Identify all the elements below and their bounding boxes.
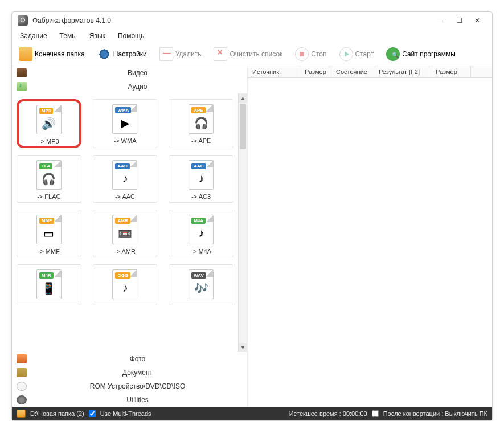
format-ape-2[interactable]: APE🎧-> APE <box>169 99 233 148</box>
column-header[interactable]: Размер <box>300 66 331 77</box>
file-icon: AAC♪ <box>112 160 137 190</box>
category-audio[interactable]: Аудио <box>12 80 247 93</box>
menubar: Задание Темы Язык Помощь <box>12 29 492 43</box>
start-button[interactable]: Старт <box>336 45 378 63</box>
format-mmf-6[interactable]: MMF▭-> MMF <box>17 210 81 257</box>
output-folder-label: Конечная папка <box>35 50 85 58</box>
category-document[interactable]: Документ <box>12 366 247 379</box>
format-tag: WAV <box>191 272 206 279</box>
file-icon: M4R📱 <box>36 269 62 299</box>
document-label: Документ <box>32 369 243 377</box>
clear-list-button[interactable]: Очистить список <box>210 45 286 63</box>
left-pane: Видео Аудио MP3🔊-> MP3WMA▶-> WMAAPE🎧-> A… <box>12 66 248 407</box>
scroll-down-button[interactable]: ▼ <box>239 343 247 352</box>
category-video[interactable]: Видео <box>12 66 247 80</box>
format-tag: MMF <box>39 218 54 224</box>
delete-button[interactable]: Удалить <box>156 45 205 63</box>
format-m4r-9[interactable]: M4R📱 <box>17 264 81 305</box>
format-m4a-8[interactable]: M4A♪-> M4A <box>169 210 233 257</box>
format-tag: AAC <box>191 163 206 169</box>
column-header[interactable]: Состояние <box>331 66 374 77</box>
stop-label: Стоп <box>311 50 326 58</box>
clear-icon <box>214 47 227 61</box>
multithreads-label: Use Multi-Threads <box>100 410 151 417</box>
column-headers: ИсточникРазмерСостояниеРезультат [F2]Раз… <box>248 66 492 78</box>
format-glyph-icon: 🎧 <box>37 172 61 186</box>
site-label: Сайт программы <box>402 50 456 58</box>
output-folder-button[interactable]: Конечная папка <box>15 45 88 63</box>
category-rom[interactable]: ROM Устройство\DVD\CD\ISO <box>12 379 247 393</box>
format-glyph-icon: ♪ <box>113 172 137 185</box>
play-icon <box>339 47 353 61</box>
category-photo[interactable]: Фото <box>12 352 247 366</box>
result-list <box>248 78 492 407</box>
start-label: Старт <box>355 50 374 58</box>
column-header[interactable]: Источник <box>248 66 300 77</box>
format-label: -> AC3 <box>191 193 211 200</box>
formats-grid: MP3🔊-> MP3WMA▶-> WMAAPE🎧-> APEFLA🎧-> FLA… <box>12 93 238 352</box>
photo-label: Фото <box>32 355 243 363</box>
format-label: -> WMA <box>113 137 136 144</box>
elapsed-time: Истекшее время : 00:00:00 <box>289 410 367 417</box>
status-folder-icon[interactable] <box>17 410 26 418</box>
close-button[interactable]: ✕ <box>468 14 486 27</box>
format-aac-4[interactable]: AAC♪-> AAC <box>93 155 158 203</box>
format-label: -> MP3 <box>39 138 59 145</box>
formats-scrollbar[interactable]: ▲ ▼ <box>238 93 247 352</box>
video-icon <box>17 68 27 77</box>
format-wav-11[interactable]: WAV🎶 <box>169 264 233 305</box>
format-tag: MP3 <box>39 108 53 114</box>
statusbar: D:\Новая папка (2) Use Multi-Threads Ист… <box>12 407 492 420</box>
menu-language[interactable]: Язык <box>87 31 108 41</box>
file-icon: OGG♪ <box>112 269 137 299</box>
settings-button[interactable]: Настройки <box>94 45 150 63</box>
status-path: D:\Новая папка (2) <box>30 410 84 417</box>
audio-icon <box>17 82 27 91</box>
multithreads-checkbox[interactable] <box>89 410 96 417</box>
toolbar: Конечная папка Настройки Удалить Очистит… <box>12 43 492 66</box>
menu-help[interactable]: Помощь <box>116 31 146 41</box>
file-icon: AAC♪ <box>189 160 214 190</box>
format-tag: FLA <box>39 163 53 169</box>
format-tag: M4A <box>191 218 206 224</box>
format-tag: AMR <box>115 218 130 224</box>
after-conversion-label: После конвертации : Выключить ПК <box>383 410 487 417</box>
file-icon: FLA🎧 <box>36 160 62 190</box>
after-conversion-checkbox[interactable] <box>372 410 379 417</box>
file-icon: MMF▭ <box>36 215 62 244</box>
format-glyph-icon: 📼 <box>113 227 137 240</box>
format-mp3-0[interactable]: MP3🔊-> MP3 <box>17 99 81 148</box>
scroll-thumb[interactable] <box>240 104 246 149</box>
site-button[interactable]: Сайт программы <box>383 45 459 63</box>
rom-label: ROM Устройство\DVD\CD\ISO <box>32 382 243 390</box>
menu-task[interactable]: Задание <box>18 31 50 41</box>
file-icon: MP3🔊 <box>36 105 62 134</box>
window-title: Фабрика форматов 4.1.0 <box>32 17 432 24</box>
video-label: Видео <box>32 69 243 77</box>
stop-icon <box>295 47 309 61</box>
delete-icon <box>159 47 173 61</box>
maximize-button[interactable]: ☐ <box>450 14 468 27</box>
stop-button[interactable]: Стоп <box>292 45 330 63</box>
column-header[interactable]: Размер <box>431 66 471 77</box>
format-tag: AAC <box>115 163 129 169</box>
scroll-track[interactable] <box>239 150 247 343</box>
format-aac-5[interactable]: AAC♪-> AC3 <box>169 155 233 203</box>
column-header[interactable]: Результат [F2] <box>374 66 431 77</box>
scroll-up-button[interactable]: ▲ <box>239 93 247 103</box>
format-wma-1[interactable]: WMA▶-> WMA <box>93 99 158 148</box>
app-window: Фабрика форматов 4.1.0 — ☐ ✕ Задание Тем… <box>11 11 493 421</box>
menu-themes[interactable]: Темы <box>58 31 79 41</box>
minimize-button[interactable]: — <box>432 14 450 27</box>
photo-icon <box>17 354 27 363</box>
category-utilities[interactable]: Utilities <box>12 393 247 407</box>
format-label: -> MMF <box>38 248 60 255</box>
format-fla-3[interactable]: FLA🎧-> FLAC <box>17 155 81 203</box>
folder-icon <box>19 47 32 61</box>
format-label: -> APE <box>191 137 211 144</box>
format-amr-7[interactable]: AMR📼-> AMR <box>93 210 158 257</box>
main-content: Видео Аудио MP3🔊-> MP3WMA▶-> WMAAPE🎧-> A… <box>12 66 492 407</box>
format-glyph-icon: ▶ <box>113 116 137 130</box>
format-ogg-10[interactable]: OGG♪ <box>93 264 158 305</box>
gear-icon <box>97 47 111 61</box>
